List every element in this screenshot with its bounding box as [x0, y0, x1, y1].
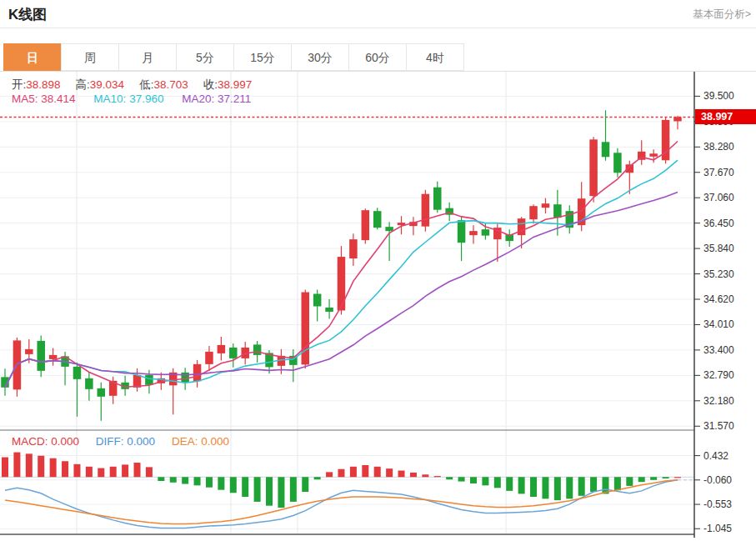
price-axis-label: 34.620	[703, 293, 753, 305]
macd-hist-bar	[626, 477, 633, 486]
macd-hist-bar	[230, 477, 237, 493]
macd-hist-bar	[638, 477, 645, 482]
macd-hist-bar	[590, 477, 597, 492]
macd-hist-bar	[566, 477, 573, 498]
price-axis-label: 34.010	[703, 318, 753, 330]
macd-hist-bar	[134, 463, 141, 477]
price-axis-label: 31.570	[703, 420, 753, 432]
macd-hist-bar	[482, 477, 488, 485]
price-axis-label: 32.790	[703, 369, 753, 381]
ma20-value: MA20: 37.211	[182, 93, 251, 105]
macd-hist-bar	[326, 472, 333, 477]
macd-axis-label: -0.553	[703, 498, 753, 510]
candle-body	[85, 378, 93, 389]
macd-hist-bar	[26, 453, 33, 477]
candle-body	[482, 229, 490, 235]
ma-legend: MA5: 38.414 MA10: 37.960 MA20: 37.211	[12, 93, 266, 105]
macd-hist-bar	[554, 477, 561, 500]
ma10-value: MA10: 37.960	[93, 93, 163, 105]
macd-legend: MACD: 0.000 DIFF: 0.000 DEA: 0.000	[12, 435, 243, 448]
candle-body	[542, 203, 550, 208]
kline-chart-page: K线图 基本面分析> 日 周 月 5分 15分 30分 60分 4时 开:38.…	[0, 0, 756, 541]
diff-label: DIFF:	[96, 435, 124, 448]
macd-hist-bar	[458, 477, 465, 481]
candle-body	[649, 153, 658, 156]
macd-hist-bar	[542, 477, 548, 498]
high-value: 39.034	[90, 78, 124, 91]
candle-body	[613, 153, 622, 173]
macd-hist-bar	[470, 477, 477, 483]
macd-hist-bar	[314, 477, 321, 479]
candle-body	[145, 375, 153, 385]
macd-hist-bar	[518, 477, 525, 493]
macd-hist-bar	[38, 456, 44, 478]
macd-hist-bar	[86, 467, 93, 477]
candle-body	[193, 364, 202, 381]
ohlc-legend: 开:38.898高:39.034低:38.703收:38.997	[12, 78, 267, 93]
candle-body	[518, 218, 526, 235]
macd-hist-bar	[663, 477, 669, 478]
macd-hist-bar	[578, 477, 585, 496]
candle-body	[25, 349, 33, 354]
macd-hist-bar	[362, 465, 368, 477]
macd-hist-bar	[614, 477, 621, 490]
candle-body	[553, 204, 562, 218]
price-axis-label: 39.500	[703, 90, 753, 102]
candle-body	[205, 352, 213, 364]
price-axis-label: 33.400	[703, 344, 753, 356]
close-label: 收:	[203, 78, 218, 91]
macd-hist-bar	[434, 476, 441, 477]
candle-body	[73, 367, 82, 379]
price-axis-label: 38.280	[703, 141, 753, 153]
diff-value: DIFF: 0.000	[96, 435, 155, 448]
price-axis-label: 37.060	[703, 192, 753, 203]
candle-body	[37, 341, 45, 371]
macd-hist-bar	[218, 477, 224, 489]
candle-body	[469, 231, 478, 235]
close-value: 38.997	[218, 78, 252, 91]
ma5-label: MA5:	[12, 93, 38, 105]
ma5-value: MA5: 38.414	[12, 93, 76, 105]
macd-hist-bar	[50, 458, 57, 478]
candle-body	[325, 308, 333, 312]
macd-hist-bar	[374, 467, 381, 477]
candle-body	[49, 355, 58, 359]
macd-hist-bar	[506, 477, 513, 491]
dea-value: DEA: 0.000	[172, 435, 229, 448]
candle-body	[385, 227, 393, 231]
macd-hist-bar	[398, 471, 405, 478]
macd-hist-bar	[146, 467, 153, 477]
ma20-label: MA20:	[182, 93, 214, 105]
candle-body	[302, 293, 310, 365]
price-axis-label: 32.180	[703, 395, 753, 407]
candle-body	[433, 188, 442, 210]
candle-body	[589, 139, 598, 196]
low-label: 低:	[139, 78, 153, 91]
macd-hist-bar	[650, 477, 657, 480]
candle-body	[529, 206, 538, 219]
macd-hist-bar	[422, 474, 428, 477]
macd-hist-bar	[122, 464, 128, 477]
candle-body	[362, 210, 370, 240]
macd-hist-bar	[530, 477, 537, 497]
macd-hist-bar	[98, 468, 104, 478]
candle-body	[338, 257, 346, 310]
candle-body	[373, 211, 382, 228]
candle-body	[422, 194, 429, 227]
macd-hist-bar	[2, 457, 8, 477]
macd-hist-bar	[62, 461, 68, 477]
candle-body	[98, 388, 106, 397]
macd-value: MACD: 0.000	[12, 435, 79, 448]
price-axis-label: 35.230	[703, 268, 753, 280]
macd-hist-bar	[302, 477, 308, 492]
dea-label: DEA:	[172, 435, 198, 448]
macd-hist-bar	[494, 477, 501, 488]
high-label: 高:	[76, 78, 90, 91]
macd-hist-bar	[206, 477, 213, 487]
open-value: 38.898	[26, 78, 60, 91]
macd-axis-label: 0.432	[703, 450, 753, 462]
macd-hist-bar	[446, 477, 453, 479]
candle-body	[229, 348, 238, 358]
macd-hist-bar	[266, 477, 273, 505]
price-axis-label: 35.840	[703, 243, 753, 254]
